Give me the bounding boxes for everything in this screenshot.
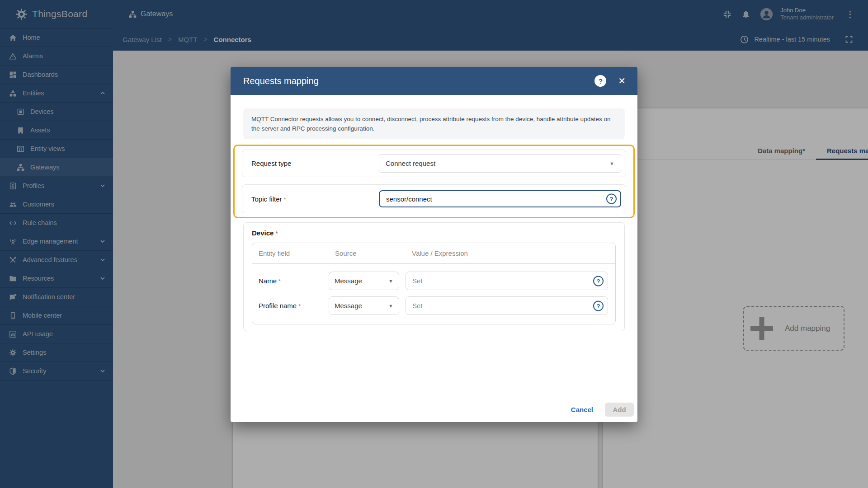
device-table-row: Profile name* Message ▼ ? xyxy=(252,296,608,315)
topic-filter-help-icon[interactable]: ? xyxy=(606,194,617,204)
chevron-down-icon: ▼ xyxy=(609,161,614,166)
column-entity-field: Entity field xyxy=(252,249,329,257)
topic-filter-card: Topic filter* ? xyxy=(242,184,626,213)
topic-filter-label: Topic filter* xyxy=(251,195,379,203)
cancel-button[interactable]: Cancel xyxy=(566,402,598,417)
close-icon[interactable]: ✕ xyxy=(618,76,626,85)
device-table-header: Entity field Source Value / Expression xyxy=(252,243,615,264)
device-section: Device* Entity field Source Value / Expr… xyxy=(243,222,625,331)
source-select[interactable]: Message ▼ xyxy=(329,272,399,290)
requests-mapping-dialog: Requests mapping ? ✕ MQTT Connector requ… xyxy=(231,67,637,422)
required-asterisk: * xyxy=(298,303,301,310)
column-source: Source xyxy=(329,249,406,257)
device-table: Entity field Source Value / Expression N… xyxy=(252,243,616,324)
request-type-select[interactable]: Connect request ▼ xyxy=(379,154,621,173)
request-type-label: Request type xyxy=(251,160,379,167)
field-label-profile-name: Profile name* xyxy=(252,302,329,310)
column-value-expression: Value / Expression xyxy=(406,249,615,257)
dialog-header: Requests mapping ? ✕ xyxy=(231,67,637,95)
required-asterisk: * xyxy=(284,196,286,203)
dialog-footer: Cancel Add xyxy=(566,402,634,417)
value-help-icon[interactable]: ? xyxy=(593,300,604,311)
required-asterisk: * xyxy=(278,278,281,285)
device-table-row: Name* Message ▼ ? xyxy=(252,272,608,290)
required-asterisk: * xyxy=(275,230,278,237)
request-type-value: Connect request xyxy=(386,160,435,167)
device-section-label: Device* xyxy=(252,229,616,237)
tour-highlight-outline: Request type Connect request ▼ Topic fil… xyxy=(233,145,635,218)
topic-filter-input[interactable] xyxy=(379,190,621,207)
value-expression-input[interactable] xyxy=(406,296,608,315)
add-button[interactable]: Add xyxy=(605,403,634,417)
request-type-card: Request type Connect request ▼ xyxy=(242,150,626,177)
value-help-icon[interactable]: ? xyxy=(593,276,604,286)
chevron-down-icon: ▼ xyxy=(388,278,393,284)
chevron-down-icon: ▼ xyxy=(388,303,393,309)
field-label-name: Name* xyxy=(252,277,329,285)
help-icon[interactable]: ? xyxy=(594,75,606,87)
source-select[interactable]: Message ▼ xyxy=(329,296,399,315)
dialog-description: MQTT Connector requests allows you to co… xyxy=(243,108,625,139)
value-expression-input[interactable] xyxy=(406,272,608,290)
dialog-title: Requests mapping xyxy=(243,76,594,86)
